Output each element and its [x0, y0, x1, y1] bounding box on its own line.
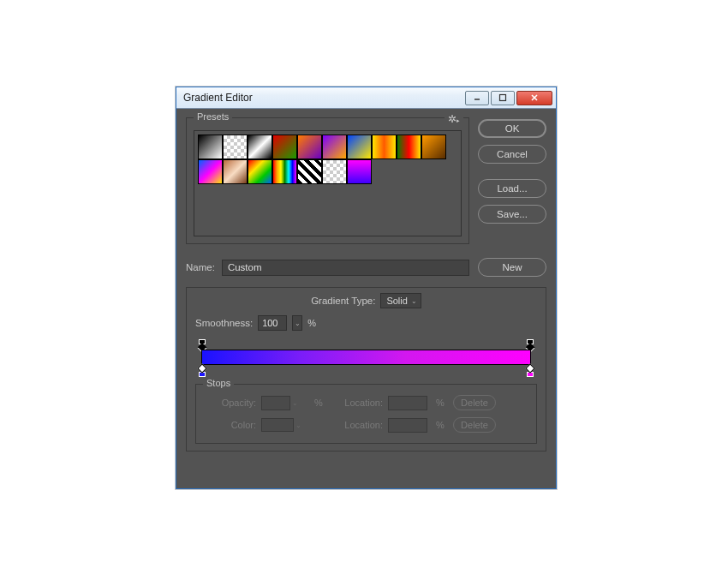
minimize-button[interactable]	[465, 91, 489, 105]
percent-sign: %	[314, 398, 326, 408]
cancel-button[interactable]: Cancel	[478, 145, 546, 164]
percent-sign: %	[307, 318, 316, 328]
location-label: Location:	[331, 398, 383, 408]
color-location-input	[388, 418, 427, 433]
window-title: Gradient Editor	[183, 92, 465, 104]
preset-swatch[interactable]	[198, 159, 223, 184]
gradient-type-select[interactable]: Solid ⌄	[380, 293, 421, 308]
gear-icon[interactable]: ✲▸	[445, 113, 463, 125]
color-stop-left[interactable]	[198, 365, 206, 375]
location-label: Location:	[331, 420, 383, 430]
preset-swatch[interactable]	[322, 159, 347, 184]
preset-swatch[interactable]	[397, 135, 421, 159]
action-buttons: OK Cancel Load... Save...	[478, 117, 546, 244]
preset-swatch[interactable]	[347, 135, 372, 159]
chevron-down-icon: ⌄	[411, 297, 417, 305]
percent-sign: %	[436, 398, 448, 408]
opacity-input	[261, 396, 290, 410]
gradient-type-row: Gradient Type: Solid ⌄	[195, 293, 537, 308]
presets-grid	[194, 130, 462, 236]
gradient-bar-area	[197, 339, 535, 375]
opacity-stop-left[interactable]	[198, 339, 206, 350]
save-button[interactable]: Save...	[478, 205, 546, 224]
preset-swatch[interactable]	[248, 135, 272, 159]
preset-swatch[interactable]	[297, 159, 322, 184]
new-button[interactable]: New	[478, 258, 546, 277]
color-stop-right[interactable]	[526, 365, 534, 375]
presets-panel: Presets ✲▸	[186, 117, 469, 244]
opacity-location-input	[388, 396, 427, 410]
name-input[interactable]	[222, 260, 469, 276]
chevron-down-icon[interactable]: ⌄	[292, 315, 302, 331]
preset-swatch[interactable]	[248, 159, 272, 184]
preset-swatch[interactable]	[272, 135, 297, 159]
stops-legend: Stops	[203, 378, 234, 388]
name-row: Name:	[186, 258, 469, 277]
opacity-label: Opacity:	[205, 398, 256, 408]
delete-opacity-stop-button: Delete	[453, 395, 496, 410]
close-button[interactable]	[516, 91, 552, 105]
gradient-bar[interactable]	[201, 350, 531, 365]
svg-rect-1	[500, 95, 506, 101]
smoothness-label: Smoothness:	[195, 318, 253, 328]
gradient-type-label: Gradient Type:	[311, 296, 375, 306]
preset-swatch[interactable]	[198, 135, 223, 159]
preset-swatch[interactable]	[272, 159, 297, 184]
preset-swatch[interactable]	[223, 159, 248, 184]
titlebar[interactable]: Gradient Editor	[176, 87, 556, 109]
name-label: Name:	[186, 262, 215, 272]
smoothness-input[interactable]	[258, 315, 287, 331]
smoothness-row: Smoothness: ⌄ %	[195, 315, 537, 331]
preset-swatch[interactable]	[322, 135, 347, 159]
preset-swatch[interactable]	[223, 135, 248, 159]
gradient-type-value: Solid	[386, 296, 407, 306]
dialog-body: Presets ✲▸	[176, 109, 556, 461]
color-label: Color:	[205, 420, 256, 430]
presets-legend: Presets	[194, 111, 232, 122]
preset-swatch[interactable]	[297, 135, 322, 159]
delete-color-stop-button: Delete	[453, 417, 496, 433]
ok-button[interactable]: OK	[478, 119, 546, 138]
gradient-editor-window: Gradient Editor Presets ✲▸	[176, 87, 557, 489]
opacity-stop-right[interactable]	[526, 339, 534, 350]
window-controls	[465, 91, 552, 105]
preset-swatch[interactable]	[347, 159, 372, 184]
gradient-config-panel: Gradient Type: Solid ⌄ Smoothness: ⌄ %	[186, 287, 546, 451]
preset-swatch[interactable]	[421, 135, 446, 159]
percent-sign: %	[436, 420, 448, 430]
preset-swatch[interactable]	[372, 135, 397, 159]
maximize-button[interactable]	[491, 91, 515, 105]
chevron-down-icon: ⌄	[295, 422, 301, 429]
stops-panel: Stops Opacity: ⌄ % Location: % Delete Co…	[195, 384, 537, 444]
color-chip	[261, 418, 294, 432]
load-button[interactable]: Load...	[478, 179, 546, 198]
chevron-down-icon: ⌄	[292, 399, 298, 407]
